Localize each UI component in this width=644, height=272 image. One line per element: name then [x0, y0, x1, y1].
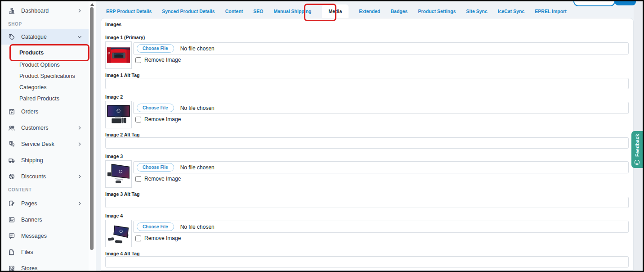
pages-icon	[8, 200, 15, 208]
image-3-alt-tag-input[interactable]	[105, 197, 629, 208]
no-file-chosen-text: No file chosen	[180, 45, 215, 52]
file-input-divider	[177, 102, 177, 113]
image-1-remove-row: Remove Image	[135, 57, 181, 63]
sidebar-item-customers[interactable]: Customers	[1, 121, 89, 135]
choose-file-button[interactable]: Choose File	[137, 104, 174, 112]
remove-image-checkbox[interactable]	[135, 57, 141, 63]
image-4-block: Image 4 Choose File	[101, 213, 633, 272]
tab-erp-product-details[interactable]: ERP Product Details	[106, 9, 152, 14]
choose-file-button[interactable]: Choose File	[137, 163, 174, 172]
percent-discount-icon	[8, 173, 15, 181]
sidebar-item-service-desk[interactable]: Service Desk	[1, 137, 89, 151]
header-primary-button-partial[interactable]	[615, 1, 636, 5]
tab-manual-shipping[interactable]: Manual Shipping	[274, 9, 312, 14]
remove-image-label: Remove Image	[144, 116, 181, 122]
sidebar-item-catalogue[interactable]: Catalogue	[1, 29, 89, 45]
scroll-up-arrow-icon[interactable]	[90, 3, 94, 6]
sidebar-item-banners[interactable]: Banners	[1, 213, 89, 227]
sidebar-item-paired-products[interactable]: Paired Products	[1, 93, 89, 104]
image-3-remove-row: Remove Image	[135, 176, 181, 182]
sidebar-item-label: Catalogue	[21, 34, 47, 40]
chevron-right-icon	[77, 125, 82, 131]
remove-image-label: Remove Image	[144, 176, 181, 182]
chat-help-icon	[8, 141, 15, 148]
file-input-divider	[177, 43, 177, 54]
sidebar-section-content: CONTENT	[8, 187, 32, 192]
remove-image-checkbox[interactable]	[135, 117, 141, 122]
chevron-right-icon	[77, 141, 82, 147]
tab-extended[interactable]: Extended	[359, 9, 380, 14]
no-file-chosen-text: No file chosen	[180, 224, 215, 230]
image-2-alt-tag-label: Image 2 Alt Tag	[105, 132, 139, 137]
scrollbar-thumb[interactable]	[90, 7, 94, 250]
sidebar: Dashboard SHOP Catalogue Products Produc…	[1, 1, 89, 271]
product-image-thumbnail-3	[105, 160, 132, 188]
dashboard-icon	[8, 7, 15, 15]
image-2-label: Image 2	[105, 94, 123, 100]
tab-badges[interactable]: Badges	[391, 9, 408, 14]
image-1-block: Image 1 (Primary) Choose File	[101, 35, 633, 93]
feedback-tab[interactable]: Feedback	[631, 131, 643, 168]
image-4-file-input: Choose File No file chosen	[133, 221, 629, 233]
sidebar-item-shipping[interactable]: Shipping	[1, 153, 89, 168]
chevron-down-icon	[77, 34, 82, 40]
sidebar-item-product-specifications[interactable]: Product Specifications	[1, 70, 89, 82]
image-3-file-input: Choose File No file chosen	[133, 161, 629, 173]
choose-file-button[interactable]: Choose File	[137, 44, 174, 53]
tab-synced-product-details[interactable]: Synced Product Details	[162, 9, 215, 14]
remove-image-checkbox[interactable]	[135, 236, 141, 241]
tab-content[interactable]: Content	[225, 9, 243, 14]
sidebar-item-files[interactable]: Files	[1, 245, 89, 259]
tag-icon	[8, 33, 15, 41]
remove-image-checkbox[interactable]	[135, 176, 141, 182]
files-icon	[8, 249, 15, 256]
sidebar-item-categories[interactable]: Categories	[1, 82, 89, 93]
sidebar-item-product-options[interactable]: Product Options	[1, 59, 89, 71]
sidebar-item-products[interactable]: Products	[1, 47, 89, 59]
header-outline-button-partial[interactable]	[573, 1, 615, 6]
image-2-block: Image 2	[101, 94, 633, 153]
screen: Dashboard SHOP Catalogue Products Produc…	[0, 0, 644, 272]
chevron-right-icon	[77, 8, 82, 14]
image-3-alt-tag-label: Image 3 Alt Tag	[105, 191, 139, 197]
no-file-chosen-text: No file chosen	[180, 105, 215, 111]
image-1-label: Image 1 (Primary)	[105, 35, 145, 40]
sidebar-item-pages[interactable]: Pages	[1, 196, 89, 211]
tab-site-sync[interactable]: Site Sync	[466, 9, 487, 14]
image-1-file-input: Choose File No file chosen	[133, 42, 629, 54]
tab-seo[interactable]: SEO	[253, 9, 263, 14]
people-icon	[8, 124, 15, 132]
image-3-label: Image 3	[105, 154, 123, 159]
image-2-remove-row: Remove Image	[135, 116, 181, 122]
tab-eprel-import[interactable]: EPREL Import	[535, 9, 566, 14]
image-1-alt-tag-label: Image 1 Alt Tag	[105, 73, 139, 78]
tab-product-settings[interactable]: Product Settings	[418, 9, 456, 14]
chevron-right-icon	[77, 201, 82, 206]
sidebar-section-shop: SHOP	[8, 22, 22, 27]
sidebar-item-discounts[interactable]: Discounts	[1, 169, 89, 184]
image-1-alt-tag-input[interactable]	[105, 78, 629, 89]
sidebar-item-orders[interactable]: Orders	[1, 104, 89, 119]
remove-image-label: Remove Image	[144, 57, 181, 63]
sidebar-item-stores[interactable]: Stores	[1, 261, 89, 272]
sidebar-item-dashboard[interactable]: Dashboard	[1, 4, 89, 18]
choose-file-button[interactable]: Choose File	[137, 222, 174, 231]
sidebar-item-label: Dashboard	[21, 8, 49, 14]
chevron-right-icon	[77, 174, 82, 179]
product-image-thumbnail-1	[105, 41, 132, 69]
image-4-alt-tag-input[interactable]	[105, 256, 629, 267]
feedback-label: Feedback	[631, 133, 643, 158]
file-input-divider	[177, 221, 177, 232]
smiley-icon	[634, 159, 640, 165]
truck-icon	[8, 157, 15, 164]
image-2-alt-tag-input[interactable]	[105, 137, 629, 149]
sidebar-item-messages[interactable]: Messages	[1, 229, 89, 243]
tab-icecat-sync[interactable]: IceCat Sync	[498, 9, 525, 14]
image-4-remove-row: Remove Image	[135, 235, 181, 241]
image-4-label: Image 4	[105, 213, 123, 218]
package-icon	[8, 108, 15, 116]
images-heading: Images	[105, 22, 121, 27]
image-4-alt-tag-label: Image 4 Alt Tag	[105, 251, 139, 256]
sidebar-scrollbar	[89, 1, 96, 271]
tab-media[interactable]: Media	[322, 5, 349, 18]
